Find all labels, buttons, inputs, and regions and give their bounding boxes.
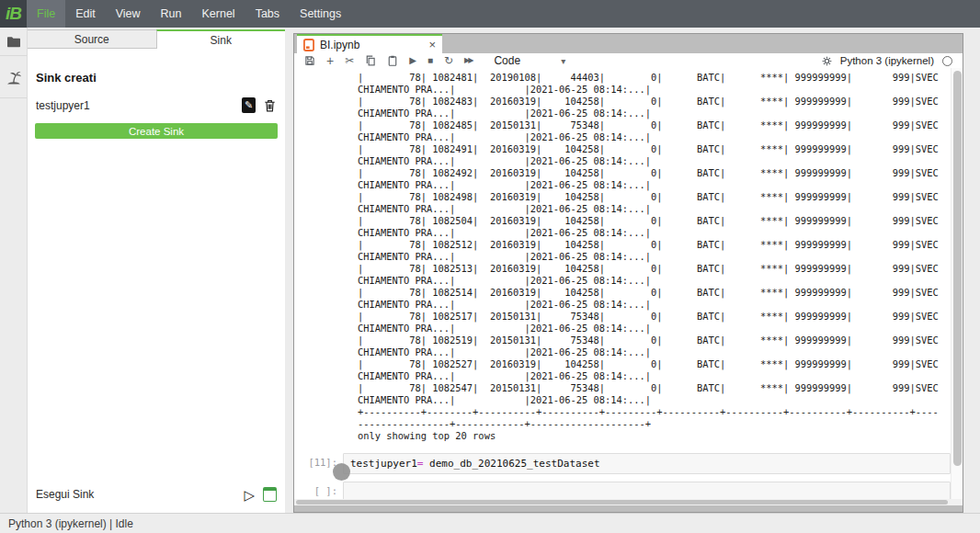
cut-icon[interactable]: ✂ <box>345 55 354 66</box>
tab-sink[interactable]: Sink <box>156 29 286 49</box>
vertical-scrollbar[interactable] <box>951 68 963 505</box>
open-panel-icon[interactable] <box>263 487 277 502</box>
chevron-down-icon: ▾ <box>561 56 565 66</box>
kernel-area: Python 3 (ipykernel) <box>822 55 952 66</box>
notebook-content: | 78| 1082481| 20190108| 44403| 0| BATC|… <box>294 68 963 505</box>
sink-source-panel: Source Sink Sink creati testjupyer1 ✎ Cr… <box>28 28 285 514</box>
notebook-tab-title: BI.ipynb <box>320 39 423 51</box>
create-sink-button[interactable]: Create Sink <box>35 123 278 139</box>
gear-icon[interactable] <box>822 56 832 66</box>
menu-run[interactable]: Run <box>151 0 192 28</box>
stop-icon[interactable]: ■ <box>427 56 433 65</box>
horizontal-scrollbar-thumb[interactable] <box>296 500 948 505</box>
menu-file[interactable]: File <box>27 0 65 28</box>
copy-icon[interactable] <box>365 55 376 66</box>
kernel-status-text[interactable]: Python 3 (ipykernel) | Idle <box>8 517 133 530</box>
island-extension-icon <box>5 69 23 85</box>
cell-output-text: | 78| 1082481| 20190108| 44403| 0| BATC|… <box>358 72 963 442</box>
panel-tabbar: Source Sink <box>28 29 285 49</box>
notebook-toolbar: + ✂ ▶ ■ ↻ ▶▶ Code ▾ Python 3 (ipykernel) <box>294 53 963 69</box>
activity-files-tab[interactable] <box>0 28 27 56</box>
esegui-sink-label: Esegui Sink <box>36 488 244 501</box>
add-cell-icon[interactable]: + <box>326 54 334 67</box>
vertical-scrollbar-thumb[interactable] <box>953 71 962 466</box>
notebook-file-icon <box>303 39 314 51</box>
status-bar: Python 3 (ipykernel) | Idle <box>0 513 980 533</box>
idle-circle-icon[interactable] <box>942 56 952 66</box>
cursor-click-indicator <box>333 463 350 481</box>
kernel-name[interactable]: Python 3 (ipykernel) <box>840 55 934 66</box>
notebook-tabbar: BI.ipynb × <box>294 34 963 53</box>
code-cell-input[interactable]: testjupyer1= demo_db_20210625_testDatase… <box>343 453 951 474</box>
close-icon[interactable]: × <box>428 39 436 51</box>
restart-kernel-icon[interactable]: ↻ <box>444 55 453 66</box>
code-variable: testjupyer1 <box>350 458 417 470</box>
menu-edit[interactable]: Edit <box>65 0 106 28</box>
notebook-panel: BI.ipynb × + ✂ ▶ ■ ↻ ▶▶ Code ▾ <box>293 33 963 513</box>
cell-type-dropdown[interactable]: Code ▾ <box>494 54 565 67</box>
edit-icon[interactable]: ✎ <box>242 97 256 113</box>
app-logo[interactable]: iB <box>0 0 27 28</box>
code-rest: demo_db_20210625_testDataset <box>423 458 599 470</box>
tab-source[interactable]: Source <box>28 29 156 49</box>
esegui-sink-row: Esegui Sink ▷ <box>36 487 277 502</box>
run-all-icon[interactable]: ▶▶ <box>464 57 472 64</box>
paste-icon[interactable] <box>387 55 398 66</box>
activity-bar <box>0 28 28 514</box>
run-outline-icon[interactable]: ▷ <box>244 488 255 502</box>
menu-tabs[interactable]: Tabs <box>245 0 290 28</box>
activity-extension-tab[interactable] <box>0 56 27 98</box>
code-cell: [11]: testjupyer1= demo_db_20210625_test… <box>294 453 963 474</box>
trash-icon[interactable] <box>263 98 277 113</box>
sink-item-name: testjupyer1 <box>36 99 242 112</box>
top-menubar: iB File Edit View Run Kernel Tabs Settin… <box>0 0 980 28</box>
cell-type-value: Code <box>494 54 520 67</box>
sink-list-item: testjupyer1 ✎ <box>36 97 277 113</box>
menu-settings[interactable]: Settings <box>290 0 351 28</box>
app-logo-text: iB <box>6 4 21 24</box>
panel-heading: Sink creati <box>36 71 285 85</box>
notebook-tab[interactable]: BI.ipynb × <box>297 34 442 53</box>
files-folder-icon <box>6 36 21 48</box>
menu-kernel[interactable]: Kernel <box>192 0 245 28</box>
run-icon[interactable]: ▶ <box>409 56 416 65</box>
horizontal-scrollbar[interactable] <box>294 499 963 505</box>
save-icon[interactable] <box>304 55 315 66</box>
menu-view[interactable]: View <box>106 0 151 28</box>
